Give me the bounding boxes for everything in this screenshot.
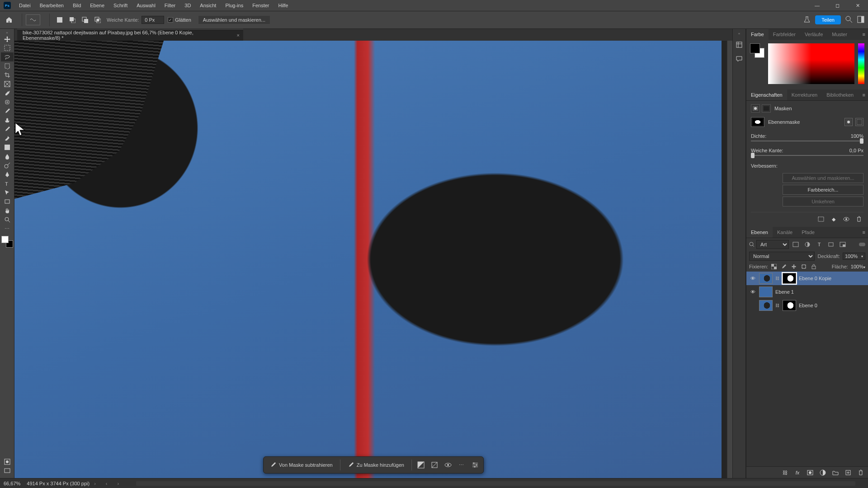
select-and-mask-button[interactable]: Auswählen und maskieren...	[783, 173, 863, 183]
layer-thumbnail[interactable]	[759, 300, 773, 311]
beaker-icon[interactable]	[803, 16, 811, 24]
layer-row[interactable]: 👁 Ebene 1	[746, 285, 868, 299]
history-panel-icon[interactable]	[734, 40, 744, 50]
fill-value[interactable]: 100%▾	[851, 264, 865, 269]
apply-mask-icon[interactable]: ◆	[829, 215, 838, 223]
more-options-icon[interactable]: ⋯	[455, 459, 468, 471]
timeline-track[interactable]	[136, 481, 855, 486]
view-mask-icon[interactable]	[442, 459, 454, 471]
clone-stamp-tool[interactable]	[1, 116, 14, 125]
invert-button[interactable]: Umkehren	[783, 197, 863, 206]
foreground-color-swatch[interactable]	[1, 236, 9, 243]
visibility-toggle[interactable]: 👁	[749, 276, 756, 281]
filter-adjustment-icon[interactable]	[802, 240, 812, 249]
feather-slider[interactable]	[751, 155, 863, 156]
layer-filter-type[interactable]: Art	[756, 240, 789, 249]
panel-menu-icon[interactable]: ≡	[860, 32, 868, 37]
quick-mask-tool[interactable]	[1, 457, 14, 466]
menu-hilfe[interactable]: Hilfe	[274, 0, 292, 11]
select-pixel-mask-icon[interactable]	[844, 118, 853, 126]
delete-mask-icon[interactable]	[854, 215, 863, 223]
document-tab[interactable]: bike-3073082 nattapol deejitwasin auf Pi…	[17, 29, 243, 41]
search-icon[interactable]	[845, 16, 853, 24]
brush-tool[interactable]	[1, 107, 14, 116]
workspace-switcher-icon[interactable]	[857, 16, 864, 24]
healing-brush-tool[interactable]	[1, 98, 14, 107]
visibility-toggle[interactable]: 👁	[749, 289, 756, 295]
share-button[interactable]: Teilen	[815, 15, 841, 24]
blur-tool[interactable]	[1, 152, 14, 161]
vertical-scrollbar[interactable]	[727, 41, 732, 478]
mask-thumbnail[interactable]	[751, 117, 764, 127]
new-group-icon[interactable]	[831, 468, 840, 477]
filter-toggle[interactable]	[859, 243, 865, 246]
filter-type-icon[interactable]: T	[814, 240, 824, 249]
lasso-tool[interactable]	[1, 52, 14, 61]
selection-subtract-icon[interactable]	[80, 14, 90, 25]
canvas[interactable]	[14, 41, 722, 478]
window-close-button[interactable]: ✕	[848, 0, 868, 11]
lock-all-icon[interactable]	[810, 263, 818, 271]
zoom-level[interactable]: 66,67%	[4, 481, 20, 486]
feather-input[interactable]: 0 Px	[142, 16, 164, 24]
window-minimize-button[interactable]: —	[807, 0, 827, 11]
status-chevron-right-icon[interactable]: ›	[92, 481, 98, 486]
history-brush-tool[interactable]	[1, 125, 14, 134]
menu-plugins[interactable]: Plug-ins	[221, 0, 248, 11]
tab-farbe[interactable]: Farbe	[746, 29, 769, 40]
window-maximize-button[interactable]: ◻	[827, 0, 848, 11]
menu-fenster[interactable]: Fenster	[248, 0, 274, 11]
menu-bearbeiten[interactable]: Bearbeiten	[35, 0, 68, 11]
tab-muster[interactable]: Muster	[827, 29, 852, 40]
eyedropper-tool[interactable]	[1, 89, 14, 98]
panel-menu-icon[interactable]: ≡	[860, 230, 868, 235]
filter-smartobject-icon[interactable]	[838, 240, 848, 249]
load-selection-from-mask-icon[interactable]	[816, 215, 826, 223]
menu-3d[interactable]: 3D	[180, 0, 195, 11]
marquee-tool[interactable]	[1, 43, 14, 52]
delete-layer-icon[interactable]	[856, 468, 865, 477]
menu-bild[interactable]: Bild	[68, 0, 85, 11]
menu-filter[interactable]: Filter	[160, 0, 180, 11]
hand-tool[interactable]	[1, 206, 14, 215]
selection-intersect-icon[interactable]	[92, 14, 103, 25]
selection-new-icon[interactable]	[54, 14, 65, 25]
tab-bibliotheken[interactable]: Bibliotheken	[822, 89, 858, 100]
timeline-next-icon[interactable]: ›	[115, 481, 121, 486]
lock-artboard-icon[interactable]	[800, 263, 808, 271]
panel-menu-icon[interactable]: ≡	[860, 92, 868, 98]
layer-thumbnail[interactable]	[759, 286, 773, 297]
vector-mask-icon[interactable]	[762, 104, 771, 113]
quick-selection-tool[interactable]	[1, 61, 14, 70]
timeline-prev-icon[interactable]: ‹	[104, 481, 109, 486]
menu-datei[interactable]: Datei	[14, 0, 35, 11]
tab-kanaele[interactable]: Kanäle	[773, 227, 797, 238]
close-tab-icon[interactable]: ×	[237, 33, 240, 38]
edit-toolbar-icon[interactable]: ⋯	[1, 224, 14, 233]
eraser-tool[interactable]	[1, 134, 14, 143]
mask-link-icon[interactable]: ⛓	[775, 276, 780, 281]
menu-auswahl[interactable]: Auswahl	[132, 0, 160, 11]
disable-mask-icon[interactable]	[842, 215, 851, 223]
disable-mask-icon[interactable]	[428, 459, 441, 471]
color-range-button[interactable]: Farbbereich...	[783, 185, 863, 195]
pen-tool[interactable]	[1, 170, 14, 179]
filter-shape-icon[interactable]	[826, 240, 836, 249]
screen-mode-tool[interactable]	[1, 466, 14, 475]
link-layers-icon[interactable]: ⛓	[780, 468, 789, 477]
tab-pfade[interactable]: Pfade	[797, 227, 819, 238]
home-button[interactable]	[4, 14, 14, 25]
filter-pixel-icon[interactable]	[791, 240, 801, 249]
layer-name[interactable]: Ebene 0 Kopie	[799, 276, 831, 281]
color-swatches[interactable]	[1, 236, 13, 248]
lock-transparency-icon[interactable]	[770, 263, 778, 271]
layer-name[interactable]: Ebene 0	[799, 303, 817, 308]
opacity-value[interactable]: 100%▾	[843, 253, 865, 260]
comments-panel-icon[interactable]	[734, 54, 744, 64]
rectangle-tool[interactable]	[1, 197, 14, 206]
tab-ebenen[interactable]: Ebenen	[746, 227, 773, 238]
menu-ebene[interactable]: Ebene	[85, 0, 109, 11]
density-slider[interactable]	[751, 141, 863, 141]
select-and-mask-button[interactable]: Auswählen und maskieren...	[198, 16, 270, 24]
move-tool[interactable]	[1, 34, 14, 43]
